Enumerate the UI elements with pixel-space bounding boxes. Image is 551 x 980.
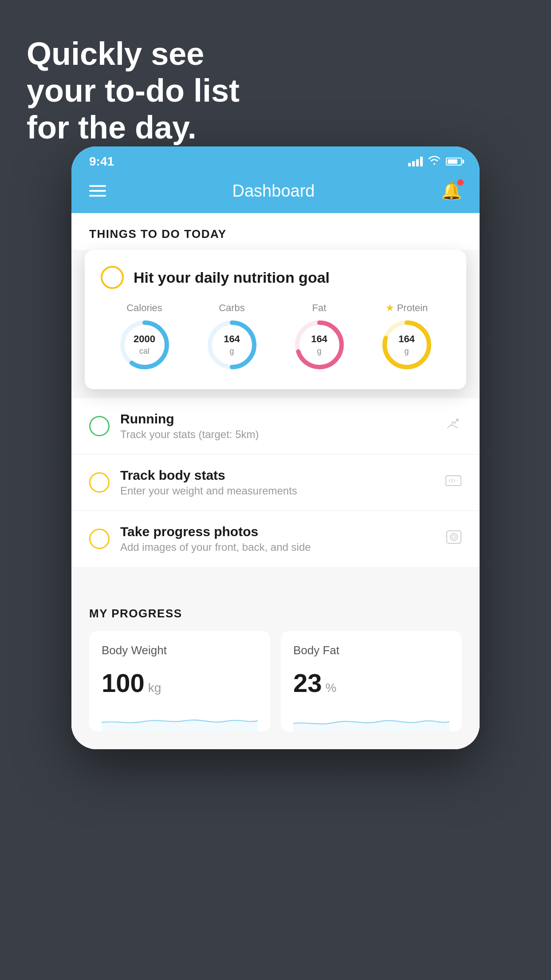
bottom-spacer [71,731,480,749]
running-title: Running [120,411,259,427]
progress-section: MY PROGRESS Body Weight 100 kg [71,589,480,731]
hero-line3: for the day. [27,109,240,146]
body-weight-value: 100 kg [102,668,258,698]
fat-ring: Fat 164g [293,302,346,371]
battery-icon [446,158,462,166]
body-fat-chart [293,705,449,731]
app-content: THINGS TO DO TODAY Hit your daily nutrit… [71,213,480,749]
body-fat-value: 23 % [293,668,449,698]
phone-mockup: 9:41 Dashboard [71,146,480,749]
photos-title: Take progress photos [120,524,311,539]
svg-point-16 [452,535,456,539]
carbs-label: Carbs [219,302,245,314]
body-fat-card: Body Fat 23 % [281,631,462,731]
nav-bar: Dashboard 🔔 [71,173,480,213]
running-check-circle [89,416,110,436]
spacer [71,567,480,589]
carbs-value: 164g [224,333,240,357]
notification-dot [457,179,464,186]
body-weight-title: Body Weight [102,644,258,657]
protein-label: ★Protein [386,302,428,314]
nutrition-card-title: Hit your daily nutrition goal [134,269,330,286]
body-stats-subtitle: Enter your weight and measurements [120,485,297,497]
photos-check-circle [89,529,110,549]
body-stats-icon [445,473,462,492]
todo-list: Running Track your stats (target: 5km) T… [71,398,480,567]
running-text: Running Track your stats (target: 5km) [120,411,259,441]
fat-value: 164g [311,333,327,357]
running-subtitle: Track your stats (target: 5km) [120,428,259,441]
carbs-ring: Carbs 164g [205,302,259,371]
body-stats-check-circle [89,472,110,493]
fat-label: Fat [312,302,327,314]
menu-button[interactable] [89,185,106,197]
svg-rect-9 [446,476,461,486]
todo-item-photos[interactable]: Take progress photos Add images of your … [71,511,480,567]
time-display: 9:41 [89,154,114,169]
wifi-icon [428,155,441,168]
photos-icon [446,529,462,549]
star-icon: ★ [386,302,394,314]
protein-value: 164g [398,333,415,357]
todo-item-running[interactable]: Running Track your stats (target: 5km) [71,398,480,454]
body-weight-unit: kg [148,681,161,695]
status-icons [408,155,462,168]
progress-cards: Body Weight 100 kg Body Fat [89,631,462,731]
hero-text: Quickly see your to-do list for the day. [27,36,240,146]
nutrition-rings: Calories 2000cal Carbs [101,302,450,371]
body-fat-unit: % [326,681,337,695]
hero-line2: your to-do list [27,72,240,109]
svg-rect-14 [447,531,461,543]
nutrition-check-circle [101,266,124,289]
calories-ring: Calories 2000cal [118,302,171,371]
body-stats-title: Track body stats [120,468,297,483]
calories-ring-container: 2000cal [118,318,171,371]
nav-title: Dashboard [232,182,315,201]
body-weight-chart [102,705,258,731]
photos-text: Take progress photos Add images of your … [120,524,311,553]
body-fat-number: 23 [293,668,322,698]
calories-label: Calories [126,302,162,314]
body-weight-card: Body Weight 100 kg [89,631,270,731]
photos-subtitle: Add images of your front, back, and side [120,541,311,553]
hero-line1: Quickly see [27,36,240,72]
body-stats-text: Track body stats Enter your weight and m… [120,468,297,497]
notification-button[interactable]: 🔔 [441,181,462,201]
progress-header: MY PROGRESS [89,607,462,620]
body-weight-number: 100 [102,668,145,698]
card-title-row: Hit your daily nutrition goal [101,266,450,289]
body-fat-title: Body Fat [293,644,449,657]
protein-ring: ★Protein 164g [380,302,433,371]
nutrition-card: Hit your daily nutrition goal Calories 2… [85,250,466,389]
svg-point-8 [456,419,459,421]
carbs-ring-container: 164g [205,318,259,371]
protein-ring-container: 164g [380,318,433,371]
todo-item-body-stats[interactable]: Track body stats Enter your weight and m… [71,454,480,511]
section-header: THINGS TO DO TODAY [71,213,480,250]
calories-value: 2000cal [134,333,155,357]
signal-icon [408,157,423,166]
fat-ring-container: 164g [293,318,346,371]
status-bar: 9:41 [71,146,480,173]
svg-point-15 [450,533,457,541]
running-icon [444,417,462,435]
